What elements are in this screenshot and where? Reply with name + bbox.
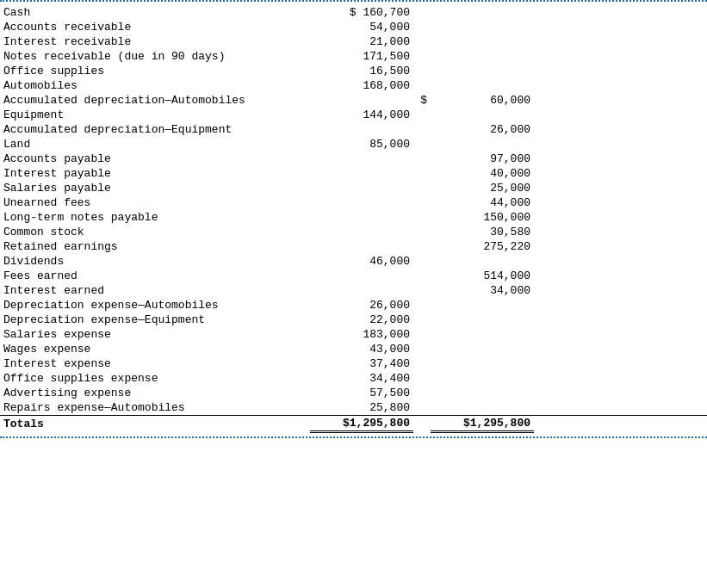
account-label: Equipment [0, 108, 310, 122]
credit-amount [431, 5, 534, 20]
credit-amount: 60,000 [431, 93, 534, 108]
debit-amount [310, 225, 413, 239]
spacer [534, 195, 707, 210]
credit-symbol [413, 342, 431, 356]
table-row: Unearned fees44,000 [0, 195, 707, 210]
account-label: Interest payable [0, 166, 310, 181]
credit-amount [431, 342, 534, 356]
credit-amount: 150,000 [431, 210, 534, 225]
table-row: Cash$ 160,700 [0, 5, 707, 20]
credit-amount [431, 108, 534, 122]
debit-amount: 183,000 [310, 327, 413, 342]
account-label: Office supplies expense [0, 371, 310, 386]
totals-spacer [534, 416, 707, 432]
credit-symbol [413, 5, 431, 20]
debit-amount: 34,400 [310, 371, 413, 386]
credit-amount: 514,000 [431, 269, 534, 283]
table-row: Repairs expense—Automobiles25,800 [0, 400, 707, 416]
table-row: Dividends46,000 [0, 254, 707, 269]
debit-amount: 22,000 [310, 313, 413, 327]
credit-amount [431, 356, 534, 371]
account-label: Accumulated depreciation—Automobiles [0, 93, 310, 108]
credit-symbol [413, 400, 431, 416]
credit-amount [431, 34, 534, 49]
credit-amount [431, 371, 534, 386]
credit-amount [431, 78, 534, 93]
table-row: Interest payable40,000 [0, 166, 707, 181]
credit-symbol [413, 327, 431, 342]
debit-amount: 26,000 [310, 298, 413, 313]
table-row: Retained earnings275,220 [0, 239, 707, 254]
table-row: Office supplies16,500 [0, 64, 707, 78]
spacer [534, 254, 707, 269]
credit-symbol [413, 20, 431, 34]
credit-symbol [413, 49, 431, 64]
debit-amount [310, 181, 413, 195]
credit-symbol [413, 137, 431, 152]
account-label: Accumulated depreciation—Equipment [0, 122, 310, 137]
debit-amount: 21,000 [310, 34, 413, 49]
table-row: Advertising expense57,500 [0, 386, 707, 400]
trial-balance-table: Cash$ 160,700Accounts receivable54,000In… [0, 0, 707, 438]
credit-amount: 40,000 [431, 166, 534, 181]
credit-symbol [413, 225, 431, 239]
credit-symbol [413, 239, 431, 254]
credit-symbol [413, 78, 431, 93]
table-row: Interest earned34,000 [0, 283, 707, 298]
spacer [534, 78, 707, 93]
credit-symbol [413, 152, 431, 166]
account-label: Office supplies [0, 64, 310, 78]
table-row: Land85,000 [0, 137, 707, 152]
credit-amount [431, 137, 534, 152]
account-label: Advertising expense [0, 386, 310, 400]
account-label: Common stock [0, 225, 310, 239]
debit-amount: 43,000 [310, 342, 413, 356]
spacer [534, 298, 707, 313]
credit-symbol: $ [413, 93, 431, 108]
debit-amount [310, 239, 413, 254]
debit-amount: 37,400 [310, 356, 413, 371]
credit-amount [431, 64, 534, 78]
table-row: Depreciation expense—Automobiles26,000 [0, 298, 707, 313]
account-label: Accounts payable [0, 152, 310, 166]
credit-symbol [413, 122, 431, 137]
account-label: Cash [0, 5, 310, 20]
spacer [534, 137, 707, 152]
account-label: Interest earned [0, 283, 310, 298]
debit-amount [310, 283, 413, 298]
table-row: Salaries expense183,000 [0, 327, 707, 342]
credit-amount [431, 298, 534, 313]
credit-symbol [413, 269, 431, 283]
account-label: Repairs expense—Automobiles [0, 400, 310, 416]
spacer [534, 356, 707, 371]
account-label: Depreciation expense—Automobiles [0, 298, 310, 313]
spacer [534, 166, 707, 181]
totals-label: Totals [0, 416, 310, 432]
credit-amount: 34,000 [431, 283, 534, 298]
debit-amount [310, 166, 413, 181]
debit-amount [310, 210, 413, 225]
debit-amount: $ 160,700 [310, 5, 413, 20]
credit-amount [431, 49, 534, 64]
spacer [534, 108, 707, 122]
table-row: Accumulated depreciation—Equipment26,000 [0, 122, 707, 137]
totals-credit-symbol [413, 416, 431, 432]
account-label: Automobiles [0, 78, 310, 93]
spacer [534, 342, 707, 356]
credit-symbol [413, 64, 431, 78]
table-row: Depreciation expense—Equipment22,000 [0, 313, 707, 327]
credit-symbol [413, 166, 431, 181]
totals-credit: $1,295,800 [431, 416, 534, 432]
account-label: Long-term notes payable [0, 210, 310, 225]
credit-symbol [413, 210, 431, 225]
credit-symbol [413, 254, 431, 269]
table-row: Accumulated depreciation—Automobiles$60,… [0, 93, 707, 108]
table-row: Accounts payable97,000 [0, 152, 707, 166]
credit-amount: 26,000 [431, 122, 534, 137]
account-label: Land [0, 137, 310, 152]
debit-amount: 54,000 [310, 20, 413, 34]
credit-symbol [413, 181, 431, 195]
debit-amount: 171,500 [310, 49, 413, 64]
account-label: Retained earnings [0, 239, 310, 254]
debit-amount: 46,000 [310, 254, 413, 269]
